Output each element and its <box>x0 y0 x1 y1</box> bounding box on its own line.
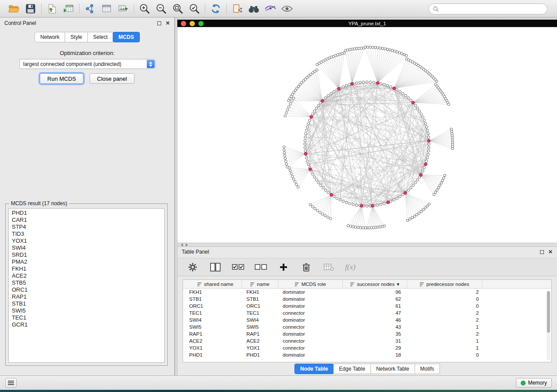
graph-node[interactable] <box>369 46 372 48</box>
table-cell-successors[interactable]: 29 <box>343 344 407 351</box>
graph-node[interactable] <box>427 150 430 152</box>
graph-node[interactable] <box>304 146 306 149</box>
graph-node[interactable] <box>423 167 426 169</box>
graph-node[interactable] <box>410 99 412 102</box>
search-input[interactable] <box>441 6 543 12</box>
graph-node[interactable] <box>418 110 421 113</box>
graph-node[interactable] <box>362 81 365 83</box>
mcds-result-item[interactable]: PMA2 <box>9 258 164 265</box>
graph-node[interactable] <box>406 219 409 222</box>
table-cell-role[interactable]: dominator <box>278 303 343 309</box>
graph-node[interactable] <box>325 96 327 99</box>
graph-dominator-node[interactable] <box>393 87 396 90</box>
mcds-result-item[interactable]: SWI4 <box>9 244 164 251</box>
table-row[interactable]: YOX1YOX1connector291 <box>183 344 551 351</box>
mcds-result-item[interactable]: TEC1 <box>9 314 164 321</box>
table-cell-predecessors[interactable]: 2 <box>407 330 482 337</box>
graph-node[interactable] <box>426 126 428 128</box>
open-session-button[interactable] <box>7 2 21 15</box>
mcds-result-item[interactable]: RAP1 <box>9 293 164 300</box>
graph-node[interactable] <box>394 50 396 53</box>
mcds-result-item[interactable]: TID3 <box>9 230 164 237</box>
table-cell-predecessors[interactable]: 1 <box>407 344 482 351</box>
mcds-result-item[interactable]: SWI5 <box>9 307 164 314</box>
graph-node[interactable] <box>349 48 351 51</box>
graph-node[interactable] <box>426 160 428 163</box>
column-header-shared-name[interactable]: shared name <box>183 280 242 288</box>
splitter-collapse-right-icon[interactable] <box>186 243 188 247</box>
graph-node[interactable] <box>307 163 310 166</box>
graph-node[interactable] <box>327 94 330 97</box>
graph-node[interactable] <box>354 226 357 228</box>
graph-node[interactable] <box>315 107 318 110</box>
mcds-result-item[interactable]: ACE2 <box>9 272 164 279</box>
table-cell-shared_name[interactable]: SWI5 <box>183 323 242 330</box>
graph-node[interactable] <box>399 195 401 198</box>
delete-column-button[interactable] <box>300 261 313 274</box>
graph-node[interactable] <box>427 136 430 138</box>
graph-node[interactable] <box>366 81 368 83</box>
table-cell-shared_name[interactable]: ORC1 <box>183 303 242 309</box>
graph-dominator-node[interactable] <box>360 204 363 207</box>
graph-node[interactable] <box>428 146 430 149</box>
table-cell-predecessors[interactable]: 0 <box>407 351 482 358</box>
new-network-button[interactable] <box>83 2 97 15</box>
graph-node[interactable] <box>373 81 375 84</box>
graph-dominator-node[interactable] <box>387 201 390 204</box>
graph-node[interactable] <box>314 207 316 210</box>
graph-node[interactable] <box>390 86 392 88</box>
graph-node[interactable] <box>352 226 354 228</box>
close-panel-icon[interactable]: ✕ <box>166 21 170 26</box>
graph-node[interactable] <box>376 204 379 206</box>
memory-button[interactable]: Memory <box>516 378 552 388</box>
graph-node[interactable] <box>424 206 427 209</box>
graph-node[interactable] <box>440 182 443 184</box>
import-network-button[interactable] <box>45 2 59 15</box>
delete-table-button[interactable] <box>322 261 336 274</box>
graph-node[interactable] <box>295 183 298 186</box>
table-cell-successors[interactable]: 31 <box>343 337 407 344</box>
graph-node[interactable] <box>316 63 318 66</box>
graph-node[interactable] <box>291 100 293 103</box>
table-cell-predecessors[interactable]: 2 <box>407 316 482 323</box>
graph-node[interactable] <box>434 191 437 194</box>
column-header-name[interactable]: name <box>242 280 278 288</box>
graph-node[interactable] <box>434 83 437 86</box>
mcds-result-item[interactable]: PHD1 <box>9 210 164 217</box>
graph-node[interactable] <box>416 179 419 181</box>
graph-node[interactable] <box>304 139 306 142</box>
graph-node[interactable] <box>426 129 429 132</box>
graph-node[interactable] <box>359 227 362 229</box>
table-cell-name[interactable]: FKH1 <box>242 289 278 296</box>
table-row[interactable]: SWI5SWI5connector431 <box>183 323 551 330</box>
graph-dominator-node[interactable] <box>304 152 307 155</box>
graph-node[interactable] <box>359 81 361 84</box>
horizontal-splitter[interactable] <box>177 243 557 247</box>
apply-layout-button[interactable] <box>209 2 222 15</box>
graph-node[interactable] <box>380 203 382 206</box>
graph-node[interactable] <box>305 129 308 132</box>
tab-style[interactable]: Style <box>65 32 88 42</box>
criterion-dropdown[interactable]: largest connected component (undirected) <box>19 59 156 69</box>
table-cell-shared_name[interactable]: STB1 <box>183 296 242 303</box>
graph-node[interactable] <box>304 136 307 138</box>
mcds-result-item[interactable]: STB1 <box>9 300 164 307</box>
graph-node[interactable] <box>381 47 384 50</box>
table-cell-role[interactable]: dominator <box>278 316 343 323</box>
graph-node[interactable] <box>330 92 332 95</box>
graph-node[interactable] <box>399 90 401 93</box>
graph-dominator-node[interactable] <box>309 168 312 171</box>
table-cell-role[interactable]: dominator <box>278 296 343 303</box>
graph-node[interactable] <box>450 128 453 131</box>
graph-dominator-node[interactable] <box>404 191 407 194</box>
graph-node[interactable] <box>315 179 318 181</box>
graph-node[interactable] <box>426 205 429 207</box>
table-cell-name[interactable]: PHD1 <box>242 351 278 358</box>
graph-node[interactable] <box>379 47 381 49</box>
graph-dominator-node[interactable] <box>376 82 379 85</box>
table-cell-successors[interactable]: 96 <box>343 289 407 296</box>
tab-node-table[interactable]: Node Table <box>294 364 334 374</box>
table-cell-shared_name[interactable]: RAP1 <box>183 330 242 337</box>
graph-dominator-node[interactable] <box>337 87 340 90</box>
graph-node[interactable] <box>317 104 320 107</box>
